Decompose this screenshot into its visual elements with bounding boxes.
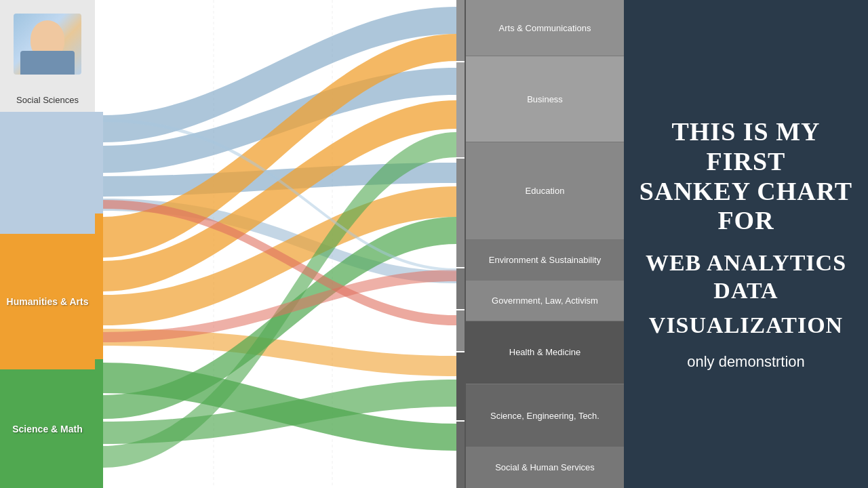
sankey-svg (95, 0, 465, 488)
svg-rect-12 (456, 422, 465, 488)
social-sciences-text: Social Sciences (16, 95, 79, 105)
social-sciences-label: Social Sciences (0, 88, 95, 112)
cat-health: Health & Medicine (466, 321, 624, 384)
cat-business-label: Business (527, 94, 563, 104)
svg-rect-3 (95, 112, 103, 214)
svg-rect-6 (456, 0, 465, 61)
cat-science-eng-label: Science, Engineering, Tech. (490, 411, 599, 421)
humanities-arts-label: Humanities & Arts (4, 293, 92, 310)
svg-rect-9 (456, 268, 465, 309)
avatar-body (20, 51, 75, 75)
cat-business: Business (466, 56, 624, 142)
svg-rect-7 (456, 62, 465, 157)
cat-environment-label: Environment & Sustainability (489, 255, 601, 265)
science-math-label: Science & Math (9, 421, 85, 437)
left-sidebar: Social Sciences Humanities & Arts Scienc… (0, 0, 95, 488)
cat-education-label: Education (526, 186, 565, 196)
title-demo: only demonstrtion (687, 353, 805, 371)
science-math-section: Science & Math (0, 369, 95, 488)
social-sciences-section (0, 112, 95, 234)
svg-rect-4 (95, 214, 103, 359)
cat-health-label: Health & Medicine (509, 347, 581, 357)
cat-government-label: Government, Law, Activism (492, 296, 598, 306)
avatar-image (14, 14, 81, 75)
cat-education: Education (466, 142, 624, 240)
title-line1: This is my first Sankey Chart for (637, 117, 854, 236)
sankey-chart-area (95, 0, 465, 488)
humanities-arts-section: Humanities & Arts (0, 234, 95, 369)
svg-rect-8 (456, 159, 465, 267)
cat-arts-label: Arts & Communications (499, 23, 591, 33)
svg-rect-10 (456, 310, 465, 351)
right-title-panel: This is my first Sankey Chart for Web An… (624, 0, 868, 488)
cat-social-human: Social & Human Services (466, 447, 624, 488)
cat-environment: Environment & Sustainability (466, 240, 624, 281)
cat-government: Government, Law, Activism (466, 281, 624, 321)
avatar-section (0, 0, 95, 88)
cat-social-human-label: Social & Human Services (495, 462, 595, 472)
cat-arts-communications: Arts & Communications (466, 0, 624, 56)
right-categories: Arts & Communications Business Education… (465, 0, 624, 488)
svg-rect-5 (95, 359, 103, 488)
cat-science-eng: Science, Engineering, Tech. (466, 384, 624, 447)
title-visualization: Visualization (649, 312, 843, 340)
svg-rect-11 (456, 352, 465, 420)
title-line2: Web Analytics Data (646, 249, 846, 305)
